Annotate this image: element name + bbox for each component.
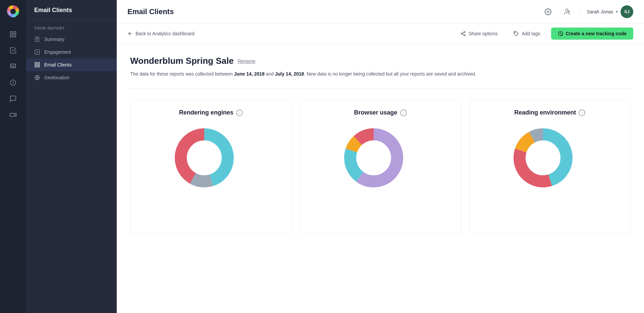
- top-header: Email Clients Sarah Jonas ▾ SJ: [117, 0, 644, 24]
- sub-header: Back to Analytics dashboard Share option…: [117, 24, 644, 44]
- grid-icon: [34, 62, 40, 68]
- chart-title-1: Rendering engines: [179, 109, 233, 116]
- svg-point-19: [464, 34, 465, 36]
- header-actions: Sarah Jonas ▾ SJ: [542, 5, 633, 18]
- back-link-label: Back to Analytics dashboard: [136, 31, 195, 36]
- back-link[interactable]: Back to Analytics dashboard: [127, 31, 195, 36]
- create-tracking-code-button[interactable]: Create a new tracking code: [551, 28, 633, 40]
- add-tags-button[interactable]: Add tags: [508, 28, 545, 39]
- sidebar-item-label: Summary: [44, 37, 64, 42]
- donut-chart-3: [509, 124, 590, 205]
- report-title-row: Wonderblum Spring Sale Rename: [130, 56, 631, 66]
- charts-grid: Rendering engines i: [130, 99, 631, 234]
- nav-chat[interactable]: [6, 92, 20, 105]
- svg-rect-9: [35, 50, 40, 54]
- svg-rect-5: [14, 35, 16, 37]
- chart-card-rendering-engines: Rendering engines i: [130, 99, 291, 234]
- svg-rect-10: [35, 62, 37, 64]
- report-title: Wonderblum Spring Sale: [130, 56, 234, 66]
- sidebar-item-engagement[interactable]: Engagement: [26, 46, 117, 58]
- chart-card-reading-environment: Reading environment i: [469, 99, 631, 234]
- chart-title-2: Browser usage: [354, 109, 397, 116]
- document-icon: [34, 36, 40, 42]
- create-tracking-code-label: Create a new tracking code: [566, 31, 627, 36]
- chart-card-browser-usage: Browser usage i: [300, 99, 461, 234]
- donut-chart-1: [171, 124, 251, 205]
- settings-icon: [544, 8, 552, 15]
- sidebar-item-geolocation[interactable]: Geolocation: [26, 71, 117, 84]
- info-icon-2[interactable]: i: [400, 109, 407, 116]
- arrow-left-icon: [127, 31, 133, 36]
- header-divider: [580, 7, 580, 16]
- svg-point-15: [547, 11, 549, 13]
- report-desc-end: . New data is no longer being collected …: [304, 71, 476, 77]
- svg-point-20: [515, 32, 516, 33]
- share-icon: [461, 31, 466, 36]
- clock-plus-icon: [558, 31, 563, 36]
- chart-title-row-3: Reading environment i: [478, 109, 622, 116]
- app-logo[interactable]: [6, 4, 20, 19]
- info-icon-1[interactable]: i: [236, 109, 243, 116]
- nav-reports[interactable]: [6, 44, 20, 57]
- sidebar-item-label: Geolocation: [44, 75, 69, 80]
- svg-rect-11: [38, 62, 40, 64]
- svg-rect-7: [10, 113, 15, 116]
- svg-rect-8: [36, 37, 39, 42]
- svg-rect-12: [35, 65, 37, 67]
- globe-icon: [34, 75, 40, 81]
- sidebar: Email Clients Your Report Summary Engage…: [26, 0, 117, 313]
- sidebar-header: Email Clients: [26, 0, 117, 19]
- user-info[interactable]: Sarah Jonas ▾ SJ: [587, 5, 633, 18]
- chevron-down-icon: ▾: [616, 9, 618, 14]
- chart-title-row-1: Rendering engines i: [139, 109, 283, 116]
- check-square-icon: [34, 49, 40, 55]
- report-date-end: July 14, 2018: [275, 71, 304, 77]
- nav-video[interactable]: [6, 108, 20, 122]
- sub-header-actions: Share options Add tags Create a new trac…: [455, 28, 633, 40]
- add-tags-label: Add tags: [522, 31, 540, 36]
- tag-icon: [514, 31, 519, 36]
- user-add-icon: [563, 8, 571, 15]
- svg-rect-2: [10, 32, 12, 34]
- sidebar-item-email-clients[interactable]: Email Clients: [26, 58, 117, 71]
- rename-link[interactable]: Rename: [238, 58, 256, 64]
- sidebar-item-summary[interactable]: Summary: [26, 33, 117, 46]
- main-content: Email Clients Sarah Jonas ▾ SJ: [117, 0, 644, 313]
- nav-dashboard[interactable]: [6, 28, 20, 41]
- nav-clock[interactable]: [6, 76, 20, 89]
- svg-point-16: [566, 9, 568, 11]
- chart-title-3: Reading environment: [514, 109, 576, 116]
- sidebar-section-label: Your Report: [26, 19, 117, 33]
- svg-rect-13: [38, 65, 40, 67]
- content-divider: [130, 88, 631, 89]
- donut-chart-2: [340, 124, 421, 205]
- share-options-label: Share options: [469, 31, 497, 36]
- report-description: The data for these reports was collected…: [130, 70, 631, 78]
- svg-rect-3: [14, 32, 16, 34]
- report-desc-start: The data for these reports was collected…: [130, 71, 234, 77]
- chart-title-row-2: Browser usage i: [308, 109, 452, 116]
- user-add-icon-btn[interactable]: [561, 6, 573, 18]
- svg-rect-4: [10, 35, 12, 37]
- sidebar-item-label: Email Clients: [44, 62, 72, 68]
- icon-nav: [0, 0, 26, 313]
- page-title: Email Clients: [127, 7, 174, 16]
- share-options-button[interactable]: Share options: [455, 28, 503, 39]
- report-desc-middle: and: [265, 71, 275, 77]
- sidebar-item-label: Engagement: [44, 49, 71, 55]
- nav-inbox[interactable]: [6, 60, 20, 73]
- report-date-start: June 14, 2018: [234, 71, 265, 77]
- user-avatar: SJ: [621, 5, 633, 18]
- svg-point-18: [461, 33, 463, 34]
- info-icon-3[interactable]: i: [579, 109, 585, 116]
- user-name: Sarah Jonas: [587, 9, 613, 14]
- settings-icon-btn[interactable]: [542, 6, 554, 18]
- content-area: Wonderblum Spring Sale Rename The data f…: [117, 44, 644, 313]
- svg-point-17: [464, 31, 465, 33]
- svg-point-1: [10, 9, 16, 14]
